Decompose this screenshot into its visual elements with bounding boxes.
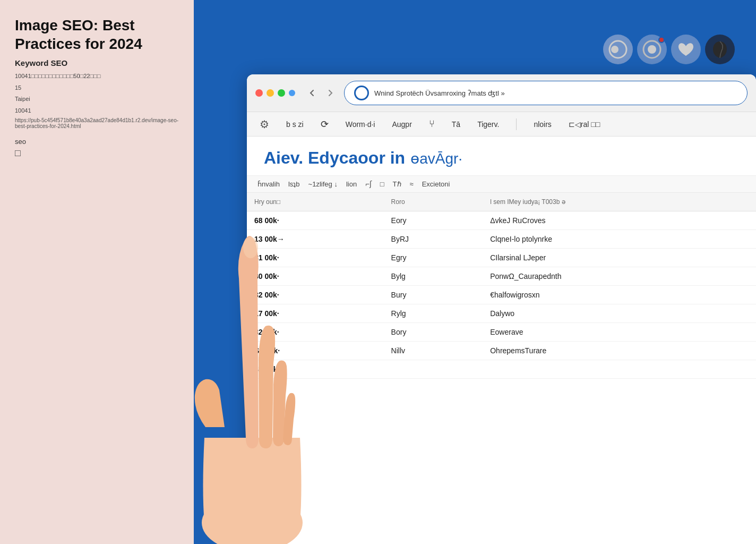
cell-col2-2: Egry (384, 249, 483, 267)
sidebar-copy-icon[interactable]: □ (15, 148, 179, 159)
nav-tab-worm[interactable]: Worm·d·i (343, 120, 377, 129)
cell-col2-5: Rylg (384, 304, 483, 323)
cell-col3-5: Dalywo (483, 304, 756, 323)
cell-volume-6: 32 00k· (247, 323, 384, 342)
nav-tab-icon[interactable]: ⚙ (257, 118, 271, 131)
table-row: 80 00k· Bylg PonwΩ_Caurapednth (247, 267, 756, 286)
cell-col3-7: OhrepemsTurare (483, 342, 756, 360)
table-toolbar: ɦnvalih lsʇb ~1zlifeg ↓ lion ⌐ʃ □ Tℏ ≈ E… (247, 176, 756, 193)
traffic-lights (255, 89, 295, 97)
table-row: 32 00k· Bury €halfowigrosxn (247, 286, 756, 304)
cell-volume-5: 17 00k· (247, 304, 384, 323)
cell-col3-3: PonwΩ_Caurapednth (483, 267, 756, 286)
minimize-button[interactable] (267, 89, 274, 97)
app-icon-4[interactable] (705, 35, 735, 64)
sidebar-title: Image SEO: Best Practices for 2024 (15, 16, 179, 53)
nav-tab-ta[interactable]: Tā (450, 120, 462, 129)
cell-volume-0: 68 00k· (247, 211, 384, 230)
back-icon (308, 89, 316, 97)
forward-icon (327, 89, 334, 97)
sidebar-url: https://pub-5c454f571b8e40a3a2aad27ade84… (15, 117, 179, 129)
cell-col2-0: Eory (384, 211, 483, 230)
browser-nav-tabs: ⚙ b s zi ⟳ Worm·d·i Augpr ⑂ Tā Tigerv. n… (247, 112, 756, 137)
cell-col2-6: Bory (384, 323, 483, 342)
table-body: 68 00k· Eory ΔvkeJ RuCroves 13 00k→ ByRJ… (247, 211, 756, 379)
col-header-roro: Roro (384, 193, 483, 211)
cell-col2-4: Bury (384, 286, 483, 304)
cell-volume-1: 13 00k→ (247, 230, 384, 249)
thumb (195, 379, 225, 427)
cell-volume-8: 8F 00k· (247, 360, 384, 379)
cell-col2-1: ByRJ (384, 230, 483, 249)
browser-logo (354, 86, 369, 100)
sidebar-meta-2: 15 (15, 83, 179, 93)
toolbar-wave[interactable]: ≈ (410, 180, 414, 188)
toolbar-icon5[interactable]: ⌐ʃ (365, 180, 372, 188)
icon1-svg (608, 39, 628, 60)
table-row: 68 00k· Eory ΔvkeJ RuCroves (247, 211, 756, 230)
address-text: Wnind Sprotëch Üvsamroxing ʔmats ʤtl » (374, 89, 737, 97)
toolbar-th[interactable]: Tℏ (393, 180, 401, 188)
main-area: Wnind Sprotëch Üvsamroxing ʔmats ʤtl » ⚙… (194, 0, 756, 544)
app-icon-2[interactable] (637, 35, 667, 64)
toolbar-filter[interactable]: ~1zlifeg ↓ (308, 180, 338, 188)
data-table: Hry oun□ Roro l sem IMey iudya¡ T003b ə … (247, 193, 756, 379)
nav-tab-aral[interactable]: ⊏◁ral □□ (566, 120, 602, 129)
toolbar-icon6[interactable]: □ (380, 180, 384, 188)
sidebar: Image SEO: Best Practices for 2024 Keywo… (0, 0, 194, 544)
forward-button[interactable] (323, 86, 338, 100)
cell-col3-1: ClqneI-lo ptolynrke (483, 230, 756, 249)
browser-content: Aiev. Edycaoor in ɵavĀgr· ɦnvalih lsʇb ~… (247, 137, 756, 379)
maximize-button[interactable] (278, 89, 285, 97)
browser-toolbar: Wnind Sprotëch Üvsamroxing ʔmats ʤtl » (247, 74, 756, 112)
table-row: 32 00k· Bory Eowerave (247, 323, 756, 342)
close-button[interactable] (255, 89, 263, 97)
svg-point-1 (611, 46, 618, 53)
nav-tab-tiger[interactable]: Tigerv. (475, 120, 501, 129)
icon3-svg (676, 40, 695, 59)
cell-volume-4: 32 00k· (247, 286, 384, 304)
toolbar-lstb[interactable]: lsʇb (288, 180, 300, 188)
nav-tab-icon2[interactable]: ⟳ (319, 118, 331, 130)
extra-button[interactable] (289, 90, 295, 96)
svg-point-3 (648, 45, 656, 54)
nav-tab-bszi[interactable]: b s zi (284, 120, 306, 129)
table-row: 81 00k· Egry CIlarsinal LJeper (247, 249, 756, 267)
toolbar-invalid[interactable]: ɦnvalih (257, 180, 280, 188)
cell-volume-7: S0 00k· (247, 342, 384, 360)
browser-window: Wnind Sprotëch Üvsamroxing ʔmats ʤtl » ⚙… (247, 74, 756, 544)
sidebar-meta-4: 10041 (15, 106, 179, 116)
cell-col3-8 (483, 360, 756, 379)
col-header-volume: Hry oun□ (247, 193, 384, 211)
browser-nav (305, 86, 338, 100)
page-header: Aiev. Edycaoor in ɵavĀgr· (247, 137, 756, 176)
nav-tab-fork-icon: ⑂ (427, 118, 437, 130)
table-header: Hry oun□ Roro l sem IMey iudya¡ T003b ə (247, 193, 756, 211)
sidebar-meta-3: Taipei (15, 95, 179, 104)
cell-col3-6: Eowerave (483, 323, 756, 342)
table-row: 17 00k· Rylg Dalywo (247, 304, 756, 323)
nav-divider (516, 118, 517, 130)
red-dot (658, 37, 665, 43)
cell-col3-2: CIlarsinal LJeper (483, 249, 756, 267)
back-button[interactable] (305, 86, 320, 100)
sidebar-keyword: Keyword SEO (15, 58, 179, 67)
cell-col2-3: Bylg (384, 267, 483, 286)
address-bar[interactable]: Wnind Sprotëch Üvsamroxing ʔmats ʤtl » (344, 81, 748, 105)
browser-icons (603, 35, 735, 64)
cell-volume-3: 80 00k· (247, 267, 384, 286)
icon4-svg (712, 40, 728, 58)
app-icon-1[interactable] (603, 35, 633, 64)
toolbar-lion[interactable]: lion (346, 180, 357, 188)
page-title-sub: ɵavĀgr· (410, 150, 462, 167)
app-icon-3[interactable] (671, 35, 701, 64)
nav-tab-nloirs[interactable]: nloirs (531, 120, 553, 129)
col-header-desc: l sem IMey iudya¡ T003b ə (483, 193, 756, 211)
cell-col3-0: ΔvkeJ RuCroves (483, 211, 756, 230)
toolbar-exciet[interactable]: Excietoni (422, 180, 450, 188)
table-row: 8F 00k· (247, 360, 756, 379)
page-title-main: Aiev. Edycaoor in (264, 148, 405, 168)
table-row: S0 00k· Nillv OhrepemsTurare (247, 342, 756, 360)
nav-tab-augpr[interactable]: Augpr (390, 120, 414, 129)
table-row: 13 00k→ ByRJ ClqneI-lo ptolynrke (247, 230, 756, 249)
